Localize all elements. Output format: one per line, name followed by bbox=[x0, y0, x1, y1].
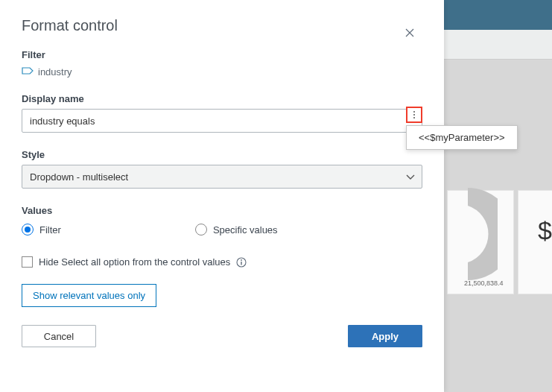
display-name-label: Display name bbox=[22, 93, 422, 104]
radio-label: Specific values bbox=[213, 224, 278, 235]
kebab-icon bbox=[413, 111, 415, 118]
cancel-button[interactable]: Cancel bbox=[22, 325, 96, 347]
more-options-button[interactable] bbox=[406, 107, 422, 123]
filter-section-label: Filter bbox=[22, 49, 422, 60]
background-dollar: $ bbox=[538, 216, 552, 245]
filter-pill[interactable]: industry bbox=[22, 66, 72, 78]
display-name-input[interactable] bbox=[22, 109, 422, 133]
checkbox-label: Hide Select all option from the control … bbox=[39, 256, 230, 268]
radio-icon bbox=[195, 224, 207, 235]
background-arc-label: 21,500,838.4 bbox=[464, 279, 504, 287]
values-label: Values bbox=[22, 205, 422, 216]
parameter-tooltip[interactable]: <<$myParameter>> bbox=[406, 125, 518, 150]
panel-title: Format control bbox=[22, 17, 422, 34]
close-icon bbox=[405, 28, 414, 37]
style-value: Dropdown - multiselect bbox=[30, 171, 128, 183]
checkbox-icon bbox=[22, 256, 33, 268]
format-control-panel: Format control Filter industry Display n… bbox=[0, 0, 444, 392]
close-button[interactable] bbox=[404, 27, 416, 39]
svg-rect-2 bbox=[241, 262, 242, 265]
svg-point-1 bbox=[241, 259, 242, 261]
show-relevant-values-button[interactable]: Show relevant values only bbox=[22, 284, 156, 307]
style-select[interactable]: Dropdown - multiselect bbox=[22, 165, 422, 189]
values-radio-specific[interactable]: Specific values bbox=[195, 224, 278, 235]
apply-button[interactable]: Apply bbox=[348, 325, 422, 347]
info-icon bbox=[236, 257, 247, 268]
radio-label: Filter bbox=[39, 224, 61, 235]
filter-tag-icon bbox=[22, 66, 34, 78]
style-label: Style bbox=[22, 149, 422, 160]
radio-icon bbox=[22, 224, 34, 235]
values-radio-filter[interactable]: Filter bbox=[22, 224, 61, 235]
hide-select-all-checkbox[interactable]: Hide Select all option from the control … bbox=[22, 256, 247, 268]
filter-name: industry bbox=[38, 66, 72, 78]
